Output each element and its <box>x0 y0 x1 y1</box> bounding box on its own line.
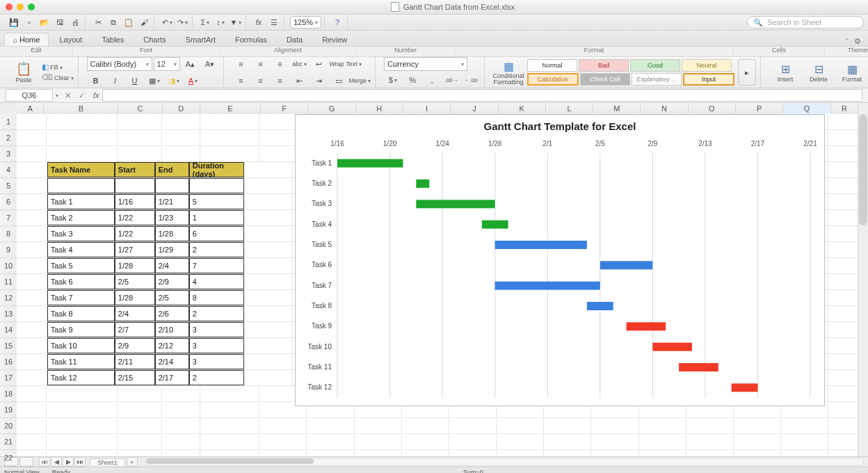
cell[interactable] <box>828 178 858 193</box>
collapse-ribbon-icon[interactable]: ˆ <box>846 38 849 46</box>
column-header[interactable]: E <box>200 103 262 114</box>
row-header[interactable]: 18 <box>0 386 17 402</box>
gantt-chart[interactable]: Gantt Chart Template for Excel 1/161/201… <box>295 114 825 406</box>
cell[interactable] <box>244 274 293 289</box>
cell[interactable] <box>200 146 259 161</box>
cell[interactable] <box>828 402 858 417</box>
column-header[interactable]: H <box>356 103 403 114</box>
cell[interactable] <box>244 178 293 193</box>
cell[interactable] <box>200 386 259 401</box>
cell[interactable] <box>497 418 544 433</box>
wrap-text-button[interactable]: Wrap Text <box>330 61 362 67</box>
horizontal-scroll-thumb[interactable] <box>147 458 314 464</box>
ribbon-settings-icon[interactable]: ⚙ <box>854 37 861 46</box>
column-header[interactable]: C <box>118 103 162 114</box>
delete-cells-button[interactable]: ⊟Delete <box>803 63 835 83</box>
cell[interactable] <box>200 114 259 129</box>
cell[interactable] <box>828 274 858 289</box>
cell[interactable] <box>200 418 259 433</box>
fx-toolbar-button[interactable]: fx <box>252 15 266 29</box>
row-header[interactable]: 16 <box>0 354 17 370</box>
cell[interactable]: 1/28 <box>155 226 189 241</box>
styles-more-button[interactable]: ▸ <box>738 59 756 86</box>
tab-home[interactable]: ⌂Home <box>4 33 49 46</box>
cell[interactable] <box>162 386 200 401</box>
column-header[interactable]: Q <box>783 103 830 114</box>
cell[interactable] <box>17 130 47 145</box>
cell[interactable]: Task 2 <box>47 210 115 225</box>
row-header[interactable]: 11 <box>0 274 17 290</box>
cell[interactable] <box>828 306 858 321</box>
font-name-combobox[interactable]: Calibri (Body)▾ <box>87 57 152 71</box>
cell[interactable] <box>828 162 858 177</box>
cell[interactable] <box>17 322 47 337</box>
cell[interactable] <box>686 434 734 449</box>
cell[interactable] <box>47 178 115 193</box>
cell[interactable] <box>307 434 354 449</box>
tab-data[interactable]: Data <box>278 33 312 46</box>
cut-icon[interactable]: ✂ <box>91 15 105 29</box>
cell[interactable]: Task 4 <box>47 242 115 257</box>
column-header[interactable]: B <box>44 103 118 114</box>
cell[interactable]: 2 <box>189 306 245 321</box>
underline-button[interactable]: U <box>126 73 144 88</box>
cell[interactable] <box>17 114 47 129</box>
cell[interactable] <box>162 146 200 161</box>
cell[interactable]: Duration (days) <box>189 162 245 177</box>
bold-button[interactable]: B <box>87 73 105 88</box>
paste-icon[interactable]: 📋 <box>122 15 136 29</box>
cell[interactable] <box>118 146 162 161</box>
cell[interactable]: Task Name <box>47 162 115 177</box>
cell[interactable] <box>497 434 544 449</box>
cell[interactable] <box>244 338 293 353</box>
cell[interactable] <box>686 418 734 433</box>
cell[interactable] <box>189 178 245 193</box>
cell[interactable]: 2/9 <box>115 338 155 353</box>
cell[interactable] <box>828 242 858 257</box>
cell[interactable]: 1/22 <box>115 226 155 241</box>
cell[interactable] <box>118 434 162 449</box>
new-doc-icon[interactable]: ▫ <box>22 15 36 29</box>
cell[interactable]: Task 9 <box>47 322 115 337</box>
row-header[interactable]: 10 <box>0 258 17 274</box>
cell[interactable]: 2/15 <box>115 370 155 385</box>
cell[interactable] <box>402 434 449 449</box>
row-header[interactable]: 1 <box>0 114 17 130</box>
column-header[interactable]: A <box>17 103 44 114</box>
cell[interactable]: 2/14 <box>155 354 189 369</box>
cell[interactable] <box>155 178 189 193</box>
cell[interactable] <box>244 226 293 241</box>
column-header[interactable]: K <box>499 103 546 114</box>
cell[interactable]: Task 7 <box>47 290 115 305</box>
number-format-combobox[interactable]: Currency▾ <box>384 57 467 71</box>
autosum-button[interactable]: Σ <box>198 15 212 29</box>
accept-formula-icon[interactable]: ✓ <box>75 89 88 102</box>
cell[interactable] <box>259 418 307 433</box>
cell[interactable] <box>17 178 47 193</box>
cell[interactable] <box>200 402 259 417</box>
cell[interactable] <box>639 418 686 433</box>
cell[interactable]: 1/28 <box>115 290 155 305</box>
align-center-icon[interactable]: ≡ <box>252 73 270 88</box>
cell[interactable] <box>17 226 47 241</box>
decrease-decimal-button[interactable]: ←.00 <box>462 72 480 88</box>
cell[interactable] <box>17 194 47 209</box>
zoom-combobox[interactable]: 125%▾ <box>290 16 321 29</box>
cell[interactable] <box>118 114 162 129</box>
cell[interactable]: 2/10 <box>155 322 189 337</box>
cell[interactable]: 2/5 <box>155 290 189 305</box>
cell[interactable] <box>17 402 47 417</box>
cell[interactable] <box>307 418 354 433</box>
cell[interactable] <box>118 418 162 433</box>
cell[interactable]: 1/22 <box>115 210 155 225</box>
cell[interactable] <box>47 450 118 465</box>
row-header[interactable]: 5 <box>0 178 17 194</box>
row-header[interactable]: 6 <box>0 194 17 210</box>
cell[interactable]: Task 3 <box>47 226 115 241</box>
cell[interactable] <box>355 434 402 449</box>
align-bottom-icon[interactable]: ≡ <box>271 56 289 72</box>
cell[interactable] <box>781 434 828 449</box>
cell[interactable]: 1/28 <box>115 258 155 273</box>
cell[interactable] <box>17 338 47 353</box>
wrap-text-icon[interactable]: ↩ <box>310 56 328 72</box>
